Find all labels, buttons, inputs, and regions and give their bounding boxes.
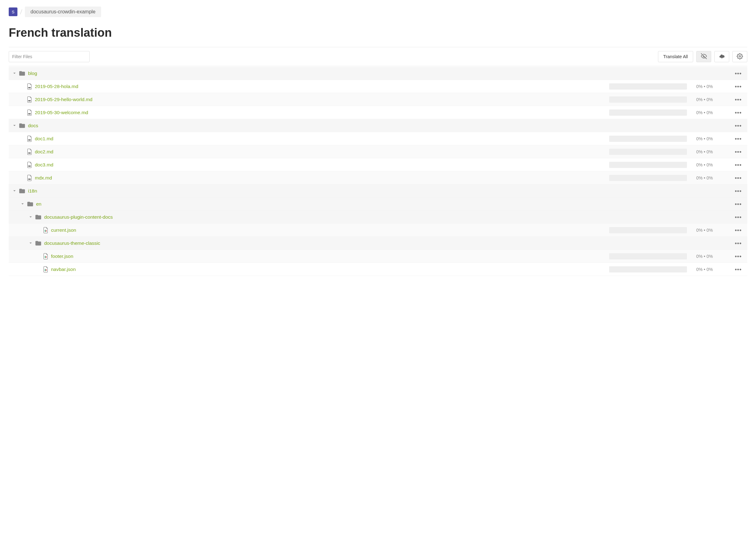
breadcrumb-project[interactable]: docusaurus-crowdin-example [25, 7, 101, 17]
svg-point-11 [46, 257, 46, 257]
file-name-link[interactable]: 2019-05-28-hola.md [35, 84, 78, 89]
row-menu-button[interactable]: ••• [734, 136, 743, 142]
more-horizontal-icon: ••• [735, 84, 742, 89]
row-menu-button[interactable]: ••• [734, 97, 743, 102]
sync-button[interactable] [714, 51, 729, 62]
row-menu-button[interactable]: ••• [734, 188, 743, 194]
progress-bar [609, 136, 687, 142]
folder-row: docusaurus-theme-classic••• [9, 237, 747, 250]
row-menu-button[interactable]: ••• [734, 110, 743, 115]
file-name-link[interactable]: doc2.md [35, 149, 53, 155]
svg-rect-1 [28, 87, 31, 88]
file-row: 2019-05-28-hola.md0% • 0%••• [9, 80, 747, 93]
row-menu-button[interactable]: ••• [734, 240, 743, 246]
file-row: 2019-05-30-welcome.md0% • 0%••• [9, 106, 747, 119]
md-file-icon [27, 109, 32, 116]
tree-cell: navbar.json [9, 266, 609, 272]
expand-caret-icon[interactable] [28, 214, 33, 219]
more-horizontal-icon: ••• [735, 253, 742, 259]
row-menu-button[interactable]: ••• [734, 267, 743, 272]
folder-name-link[interactable]: en [36, 201, 41, 207]
md-file-icon [27, 175, 32, 181]
expand-caret-icon[interactable] [12, 189, 17, 194]
expand-caret-icon[interactable] [12, 71, 17, 76]
progress-bar [609, 253, 687, 259]
breadcrumb: S docusaurus-crowdin-example [9, 6, 747, 17]
tree-cell: mdx.md [9, 175, 609, 181]
tree-cell: current.json [9, 227, 609, 233]
json-file-icon [43, 266, 49, 272]
row-menu-button[interactable]: ••• [734, 162, 743, 168]
expand-caret-icon[interactable] [12, 123, 17, 128]
folder-name-link[interactable]: docs [28, 123, 38, 128]
progress-text: 0% • 0% [696, 254, 734, 259]
progress-cell [609, 266, 687, 272]
gear-icon [737, 53, 743, 60]
svg-rect-6 [28, 166, 31, 167]
progress-text: 0% • 0% [696, 149, 734, 154]
progress-cell [609, 253, 687, 259]
file-row: doc1.md0% • 0%••• [9, 132, 747, 145]
row-menu-button[interactable]: ••• [734, 84, 743, 89]
row-menu-button[interactable]: ••• [734, 253, 743, 259]
progress-text: 0% • 0% [696, 267, 734, 272]
tree-cell: docusaurus-theme-classic [9, 240, 609, 247]
md-file-icon [27, 149, 32, 155]
folder-icon [19, 70, 26, 77]
folder-icon [35, 214, 42, 220]
more-horizontal-icon: ••• [735, 201, 742, 207]
svg-point-0 [739, 56, 741, 57]
file-row: mdx.md0% • 0%••• [9, 171, 747, 185]
file-name-link[interactable]: footer.json [51, 253, 74, 259]
tree-cell: doc2.md [9, 149, 609, 155]
more-horizontal-icon: ••• [735, 136, 742, 142]
more-horizontal-icon: ••• [735, 110, 742, 115]
md-file-icon [27, 136, 32, 142]
progress-bar [609, 83, 687, 89]
project-badge[interactable]: S [9, 7, 17, 16]
translate-all-button[interactable]: Translate All [658, 51, 693, 62]
folder-icon [19, 188, 26, 195]
filter-files-input[interactable] [9, 51, 89, 62]
breadcrumb-separator [17, 6, 25, 17]
folder-name-link[interactable]: i18n [28, 188, 37, 194]
settings-button[interactable] [732, 51, 747, 62]
folder-name-link[interactable]: blog [28, 70, 37, 76]
progress-cell [609, 83, 687, 89]
progress-text: 0% • 0% [696, 97, 734, 102]
file-name-link[interactable]: doc1.md [35, 136, 53, 142]
file-name-link[interactable]: doc3.md [35, 162, 53, 168]
expand-caret-icon[interactable] [20, 202, 25, 206]
tree-cell: docs [9, 122, 609, 129]
file-name-link[interactable]: 2019-05-30-welcome.md [35, 110, 88, 115]
progress-text: 0% • 0% [696, 176, 734, 181]
folder-row: i18n••• [9, 185, 747, 198]
file-name-link[interactable]: navbar.json [51, 267, 76, 272]
tree-cell: 2019-05-30-welcome.md [9, 109, 609, 116]
progress-text: 0% • 0% [696, 136, 734, 141]
file-name-link[interactable]: 2019-05-29-hello-world.md [35, 97, 92, 102]
toggle-hidden-button[interactable] [696, 51, 711, 62]
row-menu-button[interactable]: ••• [734, 201, 743, 207]
row-menu-button[interactable]: ••• [734, 123, 743, 128]
eye-off-icon [701, 53, 707, 60]
toolbar: Translate All [9, 47, 747, 66]
file-row: 2019-05-29-hello-world.md0% • 0%••• [9, 93, 747, 106]
row-menu-button[interactable]: ••• [734, 70, 743, 76]
row-menu-button[interactable]: ••• [734, 175, 743, 181]
folder-name-link[interactable]: docusaurus-plugin-content-docs [44, 214, 113, 220]
progress-bar [609, 149, 687, 155]
row-menu-button[interactable]: ••• [734, 227, 743, 233]
md-file-icon [27, 83, 32, 89]
file-name-link[interactable]: current.json [51, 227, 76, 233]
progress-text: 0% • 0% [696, 228, 734, 233]
row-menu-button[interactable]: ••• [734, 214, 743, 220]
svg-point-13 [46, 270, 46, 270]
row-menu-button[interactable]: ••• [734, 149, 743, 155]
expand-caret-icon[interactable] [28, 241, 33, 246]
progress-bar [609, 96, 687, 103]
cloud-sync-icon [719, 53, 725, 60]
file-name-link[interactable]: mdx.md [35, 175, 52, 181]
folder-name-link[interactable]: docusaurus-theme-classic [44, 240, 100, 246]
more-horizontal-icon: ••• [735, 227, 742, 233]
